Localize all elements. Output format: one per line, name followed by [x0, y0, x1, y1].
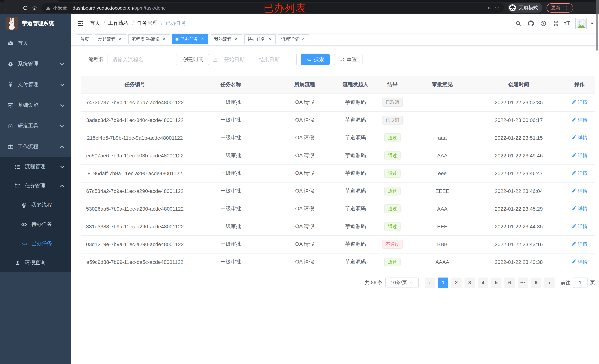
search-button[interactable]: 搜索	[301, 53, 330, 65]
create-time: 2022-01-22 23:45:29	[474, 200, 564, 218]
sidebar-item-done-tasks[interactable]: 已办任务	[0, 234, 71, 253]
sidebar-item-label: 工作流程	[18, 143, 55, 150]
sidebar-item-my-process[interactable]: 我的流程	[0, 195, 71, 215]
action-cell: 详情	[564, 94, 595, 111]
page-button-9[interactable]: 9	[531, 277, 541, 288]
fullscreen-icon[interactable]	[551, 19, 561, 28]
done-task-table: 任务编号任务名称所属流程流程发起人结果审批意见创建时间操作 74736737-7…	[80, 76, 595, 271]
browser-back-icon[interactable]: ←	[2, 5, 11, 11]
incognito-badge: 无痕模式	[508, 3, 542, 13]
sidebar-collapse-icon[interactable]	[77, 20, 84, 27]
detail-button[interactable]: 详情	[572, 188, 588, 194]
tab-process-detail[interactable]: 流程详情×	[278, 34, 309, 44]
detail-button[interactable]: 详情	[572, 170, 588, 177]
avatar[interactable]	[575, 18, 587, 29]
detail-button[interactable]: 详情	[572, 134, 588, 141]
sidebar-item-task-mgmt[interactable]: 任务管理	[0, 176, 71, 195]
font-size-icon[interactable]: TT	[564, 20, 570, 27]
date-range-picker[interactable]: -	[208, 53, 297, 65]
page-scrollbar[interactable]	[596, 14, 598, 51]
approval-comment: AAA	[411, 200, 474, 218]
password-key-icon[interactable]	[487, 5, 492, 10]
page-button-3[interactable]: 3	[465, 277, 475, 288]
page-ellipsis-button[interactable]: •••	[518, 277, 528, 288]
page-button-4[interactable]: 4	[478, 277, 488, 288]
bookmark-star-icon[interactable]: ☆	[495, 4, 500, 11]
breadcrumb-item[interactable]: 工作流程	[108, 20, 129, 27]
action-cell: 详情	[564, 235, 595, 253]
github-icon[interactable]	[526, 19, 536, 28]
page-size-select[interactable]: 10条/页	[385, 277, 419, 288]
tab-close-icon[interactable]: ×	[234, 36, 239, 42]
date-range-separator: -	[251, 57, 253, 62]
tab-form-edit[interactable]: 流程表单-编辑×	[128, 34, 170, 44]
approval-comment: AAA	[411, 147, 474, 164]
approval-comment: EEEE	[411, 182, 474, 200]
url-bar[interactable]: 不安全 dashboard.yudao.iocoder.cn/bpm/task/…	[41, 3, 504, 12]
result-cell: 通过	[374, 147, 411, 164]
tab-close-icon[interactable]: ×	[117, 36, 123, 42]
process-starter: 芋道源码	[337, 129, 374, 147]
start-date-input[interactable]	[219, 57, 249, 62]
app-logo[interactable]: 芋道管理系统	[0, 14, 71, 33]
sidebar-item-workflow[interactable]: 工作流程	[0, 136, 71, 157]
sidebar-item-process-mgmt[interactable]: 流程管理	[0, 157, 71, 176]
tab-home[interactable]: 首页	[77, 34, 92, 44]
breadcrumb-item[interactable]: 首页	[90, 20, 100, 27]
tab-label: 我的流程	[214, 36, 232, 42]
sidebar-item-dev-tools[interactable]: 研发工具	[0, 116, 71, 136]
tab-done-tasks[interactable]: 已办任务×	[172, 34, 208, 44]
goto-page-input[interactable]	[573, 277, 588, 288]
sidebar-item-leave-query[interactable]: 请假查询	[0, 253, 71, 272]
dashboard-icon	[7, 40, 14, 46]
process-name-input[interactable]	[107, 53, 177, 65]
detail-button[interactable]: 详情	[572, 205, 588, 212]
tab-label: 流程详情	[281, 36, 299, 42]
breadcrumb-item[interactable]: 任务管理	[137, 20, 158, 27]
sidebar-item-home[interactable]: 首页	[0, 33, 71, 53]
tab-close-icon[interactable]: ×	[301, 36, 306, 42]
detail-button[interactable]: 详情	[572, 259, 588, 265]
detail-button[interactable]: 详情	[572, 223, 588, 230]
process-starter: 芋道源码	[337, 253, 374, 271]
tab-close-icon[interactable]: ×	[267, 36, 272, 42]
task-name: 一级审批	[189, 182, 272, 200]
tab-my-process[interactable]: 我的流程×	[211, 34, 242, 44]
update-button[interactable]: 更新 ⋮	[546, 3, 573, 12]
detail-button[interactable]: 详情	[572, 152, 588, 159]
detail-label: 详情	[578, 170, 588, 177]
tab-close-icon[interactable]: ×	[200, 36, 205, 42]
detail-button[interactable]: 详情	[572, 99, 588, 106]
page-button-1[interactable]: 1	[438, 277, 448, 288]
page-button-6[interactable]: 6	[504, 277, 515, 288]
browser-tab-top[interactable]	[4, 0, 59, 2]
reset-button[interactable]: 重置	[334, 53, 362, 65]
page-button-5[interactable]: 5	[491, 277, 502, 288]
task-id: 74736737-7b9b-11ec-b5b7-acde48001122	[80, 94, 189, 111]
question-icon[interactable]	[539, 19, 548, 28]
detail-button[interactable]: 详情	[572, 241, 588, 248]
avatar-caret-icon[interactable]: ▾	[591, 21, 593, 26]
page-buttons: 123456•••9	[438, 277, 541, 288]
end-date-input[interactable]	[254, 57, 284, 62]
browser-forward-icon[interactable]: →	[11, 5, 21, 11]
next-page-button[interactable]: ›	[544, 277, 555, 288]
tab-close-icon[interactable]: ×	[161, 36, 167, 42]
tab-start-process[interactable]: 发起流程×	[95, 34, 126, 44]
detail-label: 详情	[578, 259, 588, 265]
sidebar-item-payment-mgmt[interactable]: 支付管理	[0, 74, 71, 95]
tab-todo-tasks[interactable]: 待办任务×	[244, 34, 276, 44]
browser-menu-icon[interactable]: ⋮	[564, 5, 569, 10]
task-name: 一级审批	[189, 218, 272, 235]
prev-page-button[interactable]: ‹	[425, 277, 435, 288]
task-name: 一级审批	[189, 147, 272, 164]
browser-reload-icon[interactable]	[21, 5, 30, 11]
detail-button[interactable]: 详情	[572, 117, 588, 124]
approval-comment	[411, 111, 474, 129]
sidebar-item-todo-tasks[interactable]: 待办任务	[0, 215, 71, 234]
sidebar-item-system-mgmt[interactable]: 系统管理	[0, 53, 71, 74]
page-button-2[interactable]: 2	[451, 277, 462, 288]
sidebar-item-infrastructure[interactable]: 基础设施	[0, 95, 71, 116]
search-icon[interactable]	[514, 19, 523, 28]
browser-home-icon[interactable]	[30, 5, 39, 11]
